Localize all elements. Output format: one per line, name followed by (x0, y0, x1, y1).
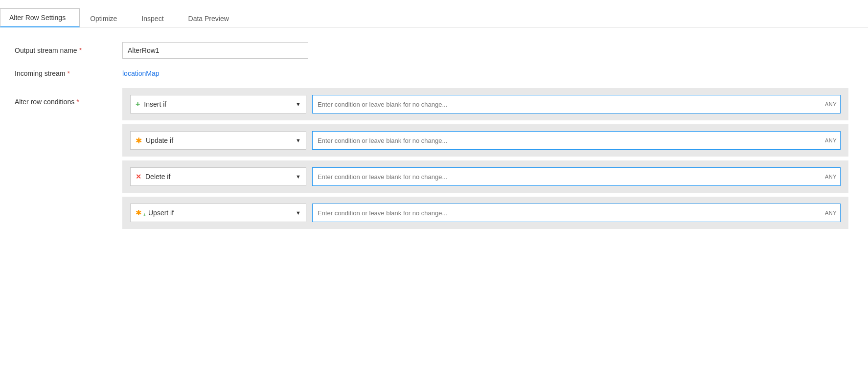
insert-condition-input[interactable] (312, 95, 841, 114)
condition-row-update: ✱ Update if ▼ ANY (122, 124, 848, 157)
required-star-incoming: * (67, 69, 69, 77)
upsert-any-badge: ANY (825, 210, 837, 216)
update-if-label: Update if (146, 137, 173, 144)
tab-inspect[interactable]: Inspect (132, 9, 178, 27)
update-any-badge: ANY (825, 137, 837, 143)
upsert-icon: ✱+ (136, 208, 144, 217)
alter-row-conditions-label: Alter row conditions * (15, 88, 122, 106)
insert-dropdown-chevron: ▼ (296, 101, 301, 107)
output-stream-name-row: Output stream name * (15, 42, 848, 59)
upsert-condition-input-wrapper: ANY (312, 204, 841, 222)
delete-condition-input-wrapper: ANY (312, 167, 841, 186)
tab-data-preview[interactable]: Data Preview (179, 9, 243, 27)
insert-if-dropdown[interactable]: + Insert if ▼ (130, 95, 306, 114)
update-condition-input-wrapper: ANY (312, 131, 841, 150)
alter-row-conditions-container: Alter row conditions * + Insert if ▼ ANY (15, 88, 848, 233)
delete-condition-input[interactable] (312, 167, 841, 186)
window: Alter Row Settings Optimize Inspect Data… (0, 0, 868, 387)
incoming-stream-value[interactable]: locationMap (122, 69, 160, 77)
insert-if-label: Insert if (144, 100, 166, 108)
delete-dropdown-chevron: ▼ (296, 174, 301, 180)
main-content: Output stream name * Incoming stream * l… (0, 27, 868, 387)
insert-condition-input-wrapper: ANY (312, 95, 841, 114)
condition-row-upsert: ✱+ Upsert if ▼ ANY (122, 197, 848, 229)
required-star-output: * (79, 46, 82, 54)
delete-any-badge: ANY (825, 174, 837, 180)
conditions-rows: + Insert if ▼ ANY ✱ Update if ▼ (122, 88, 848, 233)
update-if-dropdown[interactable]: ✱ Update if ▼ (130, 131, 306, 150)
tab-optimize[interactable]: Optimize (81, 9, 131, 27)
incoming-stream-row: Incoming stream * locationMap (15, 69, 848, 77)
incoming-stream-label: Incoming stream * (15, 69, 122, 77)
update-dropdown-chevron: ▼ (296, 137, 301, 143)
output-stream-name-input[interactable] (122, 42, 308, 59)
update-condition-input[interactable] (312, 131, 841, 150)
delete-if-label: Delete if (145, 173, 170, 181)
upsert-if-dropdown[interactable]: ✱+ Upsert if ▼ (130, 204, 306, 222)
upsert-if-label: Upsert if (148, 209, 174, 217)
tab-bar: Alter Row Settings Optimize Inspect Data… (0, 6, 868, 27)
condition-row-delete: ✕ Delete if ▼ ANY (122, 160, 848, 193)
required-star-conditions: * (76, 98, 79, 106)
insert-any-badge: ANY (825, 101, 837, 107)
upsert-dropdown-chevron: ▼ (296, 210, 301, 216)
delete-icon: ✕ (136, 173, 141, 181)
tab-alter-row-settings[interactable]: Alter Row Settings (0, 8, 80, 27)
update-icon: ✱ (136, 136, 142, 145)
upsert-condition-input[interactable] (312, 204, 841, 222)
condition-row-insert: + Insert if ▼ ANY (122, 88, 848, 120)
insert-icon: + (136, 100, 140, 109)
output-stream-name-label: Output stream name * (15, 46, 122, 54)
delete-if-dropdown[interactable]: ✕ Delete if ▼ (130, 167, 306, 186)
